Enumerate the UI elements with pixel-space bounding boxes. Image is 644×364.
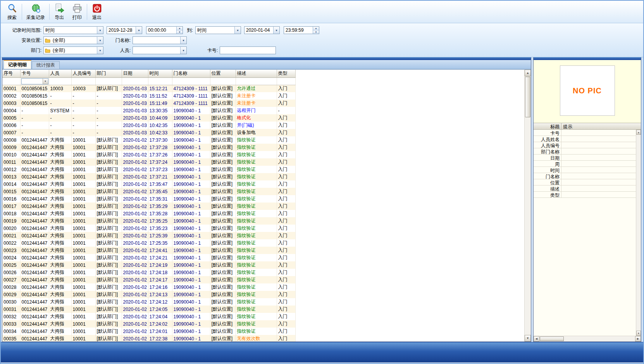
table-row[interactable]: 000240012441447大拇指10001[默认部门]2020-01-021… — [2, 254, 295, 261]
door-select[interactable]: ▼ — [133, 36, 187, 44]
cell: 17:24:02 — [148, 320, 172, 328]
table-row[interactable]: 000270012441447大拇指10001[默认部门]2020-01-021… — [2, 276, 295, 283]
cell: [默认部门] — [95, 188, 122, 195]
export-button[interactable]: 导出 — [50, 2, 68, 22]
cell: 17:37:26 — [148, 151, 172, 158]
chevron-down-icon[interactable]: ▼ — [97, 47, 103, 54]
column-header[interactable]: 人员 — [49, 70, 71, 77]
tab-statistics-report[interactable]: 统计报表 — [32, 61, 60, 69]
column-header[interactable]: 序号 — [2, 70, 20, 77]
dept-select[interactable]: (全部) ▼ — [43, 46, 103, 54]
table-row[interactable]: 000090012441447大拇指10001[默认部门]2020-01-021… — [2, 144, 295, 151]
cell: 2020-01-02 — [122, 283, 148, 291]
vertical-scrollbar[interactable]: ▲ ▼ — [524, 70, 531, 342]
spinner-buttons[interactable]: ▲▼ — [313, 27, 319, 34]
column-header[interactable]: 描述 — [236, 70, 277, 77]
table-row[interactable]: 000080012441447大拇指10001[默认部门]2020-01-021… — [2, 136, 295, 144]
table-row[interactable]: 000140012441447大拇指10001[默认部门]2020-01-021… — [2, 180, 295, 188]
table-row[interactable]: 000220012441447大拇指10001[默认部门]2020-01-021… — [2, 239, 295, 247]
cell: 19090040 - 1 — [172, 276, 210, 283]
table-row[interactable]: 000230012441447大拇指10001[默认部门]2020-01-021… — [2, 247, 295, 254]
vertical-scrollbar[interactable]: ▲ ▼ — [636, 130, 641, 336]
scroll-left-icon[interactable]: ◀ — [534, 336, 539, 342]
table-row[interactable]: 000180012441447大拇指10001[默认部门]2020-01-021… — [2, 210, 295, 217]
scrollbar-thumb[interactable] — [525, 77, 530, 117]
chevron-down-icon[interactable]: ▼ — [234, 27, 241, 34]
cell: 入门 — [277, 92, 295, 100]
table-row[interactable]: 000100012441447大拇指10001[默认部门]2020-01-021… — [2, 151, 295, 158]
column-header[interactable]: 时间 — [148, 70, 172, 77]
collect-records-button[interactable]: 采集记录 — [23, 2, 48, 22]
to-time-spinner[interactable]: 23:59:59 ▲▼ — [284, 26, 319, 34]
table-row[interactable]: 000320012441447大拇指10001[默认部门]2020-01-021… — [2, 313, 295, 320]
table-row[interactable]: 000310012441447大拇指10001[默认部门]2020-01-021… — [2, 306, 295, 313]
column-header[interactable]: 位置 — [210, 70, 236, 77]
search-button[interactable]: 搜索 — [3, 2, 21, 22]
cell: [默认部门] — [95, 269, 122, 276]
table-row[interactable]: 000170012441447大拇指10001[默认部门]2020-01-021… — [2, 203, 295, 210]
tab-record-detail[interactable]: 记录明细 — [3, 60, 31, 69]
spinner-buttons[interactable]: ▲▼ — [176, 27, 183, 34]
scroll-right-icon[interactable]: ▶ — [635, 336, 641, 342]
table-row[interactable]: 000210012441447大拇指10001[默认部门]2020-01-021… — [2, 232, 295, 239]
table-row[interactable]: 000290012441447大拇指10001[默认部门]2020-01-021… — [2, 291, 295, 298]
table-row[interactable]: 000110012441447大拇指10001[默认部门]2020-01-021… — [2, 158, 295, 166]
location-select[interactable]: (全部) ▼ — [43, 36, 103, 44]
cell: 2020-01-03 — [122, 92, 148, 100]
scrollbar-thumb[interactable] — [540, 337, 564, 341]
column-header[interactable]: 部门 — [95, 70, 122, 77]
to-type-select[interactable]: 时间 ▼ — [195, 26, 241, 34]
scroll-up-icon[interactable]: ▲ — [525, 70, 531, 76]
exit-button[interactable]: 退出 — [88, 2, 106, 22]
chevron-down-icon[interactable]: ▼ — [43, 79, 48, 84]
table-row[interactable]: 000250012441447大拇指10001[默认部门]2020-01-021… — [2, 261, 295, 269]
table-row[interactable]: 000020010850615---2020-01-0315:11:524712… — [2, 92, 295, 100]
card-number-input[interactable] — [220, 46, 276, 54]
table-row[interactable]: 000330012441447大拇指10001[默认部门]2020-01-021… — [2, 320, 295, 328]
cell: 17:37:28 — [148, 144, 172, 151]
chevron-down-icon[interactable]: ▼ — [180, 37, 186, 44]
person-select[interactable]: ▼ — [133, 46, 187, 54]
chevron-down-icon[interactable]: ▼ — [97, 27, 103, 34]
scroll-down-icon[interactable]: ▼ — [636, 331, 641, 336]
table-row[interactable]: 000260012441447大拇指10001[默认部门]2020-01-021… — [2, 269, 295, 276]
table-row[interactable]: 000120012441447大拇指10001[默认部门]2020-01-021… — [2, 166, 295, 173]
column-header[interactable]: 类型 — [277, 70, 295, 77]
filter-cell — [95, 77, 122, 85]
table-row[interactable]: 000350012441447大拇指10001[默认部门]2020-01-021… — [2, 335, 295, 342]
filter-cell[interactable]: ▼ — [20, 77, 49, 85]
table-row[interactable]: 000300012441447大拇指10001[默认部门]2020-01-021… — [2, 298, 295, 306]
table-row[interactable]: 000280012441447大拇指10001[默认部门]2020-01-021… — [2, 283, 295, 291]
from-type-select[interactable]: 时间 ▼ — [43, 26, 103, 34]
card-filter-combo[interactable]: ▼ — [21, 78, 48, 84]
print-button[interactable]: 打印 — [68, 2, 86, 22]
chevron-down-icon[interactable]: ▼ — [180, 47, 186, 54]
table-row[interactable]: 000160012441447大拇指10001[默认部门]2020-01-021… — [2, 195, 295, 203]
table-row[interactable]: 00005----2020-01-0310:44:0919090040 - 1[… — [2, 114, 295, 122]
column-header[interactable]: 卡号 — [20, 70, 49, 77]
scroll-up-icon[interactable]: ▲ — [636, 130, 641, 135]
table-row[interactable]: 000190012441447大拇指10001[默认部门]2020-01-021… — [2, 217, 295, 225]
column-header[interactable]: 门名称 — [172, 70, 210, 77]
table-row[interactable]: 000130012441447大拇指10001[默认部门]2020-01-021… — [2, 173, 295, 180]
chevron-down-icon[interactable]: ▼ — [136, 27, 142, 34]
chevron-down-icon[interactable]: ▼ — [97, 37, 103, 44]
column-header[interactable]: 日期 — [122, 70, 148, 77]
table-row[interactable]: 0000100108506151000310003[默认部门]2020-01-0… — [2, 85, 295, 92]
from-date-picker[interactable]: 2019-12-28 ▼ — [107, 26, 142, 34]
table-row[interactable]: 000200012441447大拇指10001[默认部门]2020-01-021… — [2, 225, 295, 232]
table-row[interactable]: 000340012441447大拇指10001[默认部门]2020-01-021… — [2, 328, 295, 335]
scroll-down-icon[interactable]: ▼ — [525, 335, 531, 342]
table-row[interactable]: 000030010850615---2020-01-0315:11:494712… — [2, 100, 295, 107]
cell: - — [49, 122, 71, 129]
table-row[interactable]: 000150012441447大拇指10001[默认部门]2020-01-021… — [2, 188, 295, 195]
to-date-picker[interactable]: 2020-01-04 ▼ — [244, 26, 280, 34]
records-table: 序号卡号人员人员编号部门日期时间门名称位置描述类型▼00001001085061… — [2, 70, 296, 342]
from-time-spinner[interactable]: 00:00:00 ▲▼ — [146, 26, 183, 34]
chevron-down-icon[interactable]: ▼ — [273, 27, 279, 34]
table-row[interactable]: 00007----2020-01-0310:42:3319090040 - 1[… — [2, 129, 295, 136]
table-row[interactable]: 00004-SYSTEM--2020-01-0313:30:3519090040… — [2, 107, 295, 114]
column-header[interactable]: 人员编号 — [71, 70, 95, 77]
horizontal-scrollbar[interactable]: ◀ ▶ — [534, 336, 641, 342]
table-row[interactable]: 00006----2020-01-0310:42:3519090040 - 1[… — [2, 122, 295, 129]
